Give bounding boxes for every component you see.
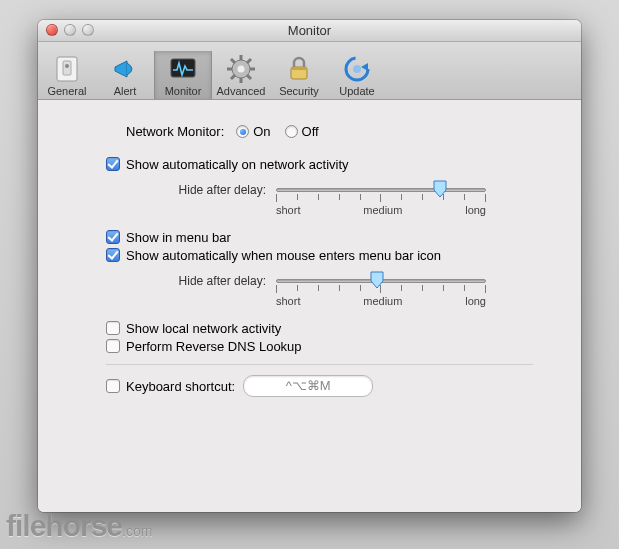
check-label: Show automatically when mouse enters men… — [126, 248, 441, 263]
network-monitor-row: Network Monitor: On Off — [86, 124, 533, 139]
tab-general[interactable]: General — [38, 51, 96, 99]
tick-short: short — [276, 295, 300, 307]
check-label: Keyboard shortcut: — [126, 379, 235, 394]
checkbox-icon — [106, 230, 120, 244]
toolbar: General Alert Monitor Advanced Security — [38, 42, 581, 100]
tab-update[interactable]: Update — [328, 51, 386, 99]
close-icon[interactable] — [46, 24, 58, 36]
svg-line-11 — [247, 75, 251, 79]
tab-monitor[interactable]: Monitor — [154, 51, 212, 99]
slider-group-2: Hide after delay: short — [106, 269, 533, 307]
check-keyboard-shortcut[interactable]: Keyboard shortcut: ^⌥⌘M — [106, 375, 533, 397]
check-reverse-dns[interactable]: Perform Reverse DNS Lookup — [106, 339, 533, 354]
lock-icon — [283, 55, 315, 83]
hide-delay-slider-2[interactable] — [276, 269, 486, 293]
hide-delay-label-2: Hide after delay: — [166, 274, 266, 288]
tab-alert[interactable]: Alert — [96, 51, 154, 99]
megaphone-icon — [109, 55, 141, 83]
titlebar[interactable]: Monitor — [38, 20, 581, 42]
svg-line-10 — [231, 59, 235, 63]
traffic-lights — [46, 24, 94, 36]
checkbox-icon — [106, 321, 120, 335]
svg-marker-17 — [361, 63, 368, 71]
hide-delay-label-1: Hide after delay: — [166, 183, 266, 197]
slider-ticks — [276, 194, 486, 201]
radio-dot-icon — [285, 125, 298, 138]
monitor-icon — [167, 55, 199, 83]
tab-security[interactable]: Security — [270, 51, 328, 99]
check-label: Show local network activity — [126, 321, 281, 336]
tab-advanced[interactable]: Advanced — [212, 51, 270, 99]
radio-on-label: On — [253, 124, 270, 139]
window-title: Monitor — [288, 23, 331, 38]
radio-off-label: Off — [302, 124, 319, 139]
tick-short: short — [276, 204, 300, 216]
zoom-icon[interactable] — [82, 24, 94, 36]
radio-off[interactable]: Off — [285, 124, 319, 139]
divider — [106, 364, 533, 365]
slider-track — [276, 188, 486, 192]
preferences-window: Monitor General Alert Monitor Advanced — [38, 20, 581, 512]
checkbox-icon — [106, 339, 120, 353]
checkbox-icon — [106, 248, 120, 262]
check-label: Show in menu bar — [126, 230, 231, 245]
tab-label: Monitor — [155, 85, 211, 97]
watermark-brand: filehorse — [6, 509, 122, 542]
slider-thumb-icon[interactable] — [369, 271, 385, 289]
gear-icon — [225, 55, 257, 83]
tab-label: Alert — [97, 85, 153, 97]
tab-label: Security — [271, 85, 327, 97]
refresh-icon — [341, 55, 373, 83]
slider-group-1: Hide after delay: short — [106, 178, 533, 216]
slider-tick-labels-1: short medium long — [276, 204, 486, 216]
checkbox-icon — [106, 379, 120, 393]
radio-on[interactable]: On — [236, 124, 270, 139]
svg-line-12 — [247, 59, 251, 63]
tab-label: Advanced — [213, 85, 269, 97]
check-show-in-menubar[interactable]: Show in menu bar — [106, 230, 533, 245]
tab-label: General — [39, 85, 95, 97]
tab-label: Update — [329, 85, 385, 97]
svg-point-5 — [238, 66, 245, 73]
watermark: filehorse.com — [6, 509, 152, 543]
tick-medium: medium — [363, 204, 402, 216]
network-monitor-label: Network Monitor: — [126, 124, 224, 139]
svg-point-18 — [353, 65, 361, 73]
hide-delay-slider-1[interactable] — [276, 178, 486, 202]
tick-long: long — [465, 204, 486, 216]
content-pane: Network Monitor: On Off Show automatical… — [38, 100, 581, 512]
check-show-on-activity[interactable]: Show automatically on network activity — [106, 157, 533, 172]
svg-line-13 — [231, 75, 235, 79]
slider-tick-labels-2: short medium long — [276, 295, 486, 307]
tick-long: long — [465, 295, 486, 307]
keyboard-shortcut-field[interactable]: ^⌥⌘M — [243, 375, 373, 397]
check-label: Perform Reverse DNS Lookup — [126, 339, 302, 354]
check-show-local[interactable]: Show local network activity — [106, 321, 533, 336]
minimize-icon[interactable] — [64, 24, 76, 36]
check-show-on-hover[interactable]: Show automatically when mouse enters men… — [106, 248, 533, 263]
check-label: Show automatically on network activity — [126, 157, 349, 172]
watermark-suffix: .com — [122, 523, 152, 539]
checkbox-icon — [106, 157, 120, 171]
svg-point-2 — [65, 64, 69, 68]
tick-medium: medium — [363, 295, 402, 307]
slider-thumb-icon[interactable] — [432, 180, 448, 198]
switch-icon — [51, 55, 83, 83]
radio-dot-icon — [236, 125, 249, 138]
svg-rect-15 — [291, 67, 307, 70]
